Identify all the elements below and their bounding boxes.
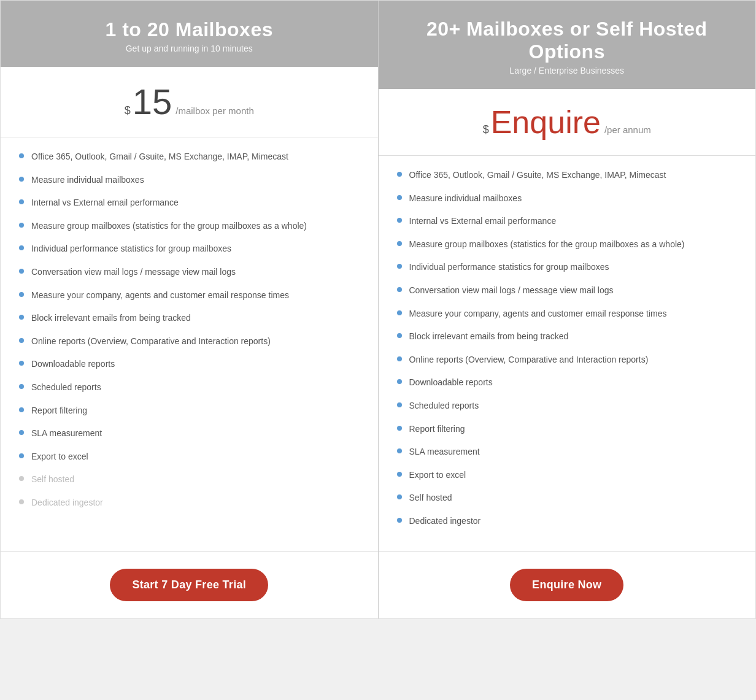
- plan-subtitle-small: Get up and running in 10 minutes: [126, 44, 253, 53]
- feature-bullet: [397, 472, 402, 477]
- feature-item: Report filtering: [19, 405, 360, 417]
- feature-text: Measure group mailboxes (statistics for …: [409, 239, 685, 251]
- feature-text: Office 365, Outlook, Gmail / Gsuite, MS …: [409, 169, 666, 182]
- price-per-small: /mailbox per month: [176, 106, 254, 116]
- feature-bullet: [19, 430, 24, 435]
- feature-item: SLA measurement: [19, 428, 360, 440]
- feature-text: Internal vs External email performance: [409, 215, 557, 228]
- feature-bullet: [19, 153, 24, 158]
- plan-enterprise: 20+ Mailboxes or Self Hosted OptionsLarg…: [379, 1, 756, 618]
- price-per-enterprise: /per annum: [604, 125, 651, 135]
- plan-price-enterprise: $Enquire/per annum: [379, 89, 756, 156]
- feature-bullet: [19, 315, 24, 320]
- price-currency-enterprise: $: [483, 123, 489, 136]
- feature-item: Individual performance statistics for gr…: [397, 261, 738, 274]
- feature-bullet: [397, 333, 402, 338]
- feature-text: Block irrelevant emails from being track…: [31, 312, 191, 325]
- feature-bullet: [19, 223, 24, 228]
- feature-bullet: [397, 518, 402, 523]
- feature-item: Individual performance statistics for gr…: [19, 243, 360, 255]
- price-currency-small: $: [125, 104, 131, 117]
- feature-text: Self hosted: [409, 492, 452, 504]
- feature-item: Self hosted: [397, 492, 738, 504]
- feature-text: Individual performance statistics for gr…: [31, 243, 231, 255]
- feature-item: Export to excel: [19, 451, 360, 463]
- feature-item: Export to excel: [397, 469, 738, 482]
- feature-bullet: [397, 356, 402, 361]
- feature-item: Internal vs External email performance: [397, 215, 738, 228]
- feature-text: Online reports (Overview, Comparative an…: [409, 354, 649, 366]
- feature-bullet: [19, 269, 24, 274]
- plan-subtitle-enterprise: Large / Enterprise Businesses: [509, 66, 624, 75]
- feature-bullet: [397, 218, 402, 223]
- feature-item: Block irrelevant emails from being track…: [397, 331, 738, 343]
- feature-item: Conversation view mail logs / message vi…: [397, 285, 738, 297]
- feature-item: Office 365, Outlook, Gmail / Gsuite, MS …: [19, 151, 360, 163]
- feature-text: Export to excel: [409, 469, 466, 482]
- feature-bullet: [397, 379, 402, 384]
- feature-bullet: [397, 448, 402, 453]
- feature-bullet: [397, 287, 402, 292]
- feature-item: Office 365, Outlook, Gmail / Gsuite, MS …: [397, 169, 738, 182]
- feature-text: Report filtering: [409, 423, 465, 436]
- price-amount-small: 15: [133, 84, 172, 120]
- feature-bullet: [397, 402, 402, 407]
- feature-text: Scheduled reports: [31, 382, 101, 394]
- feature-item: Block irrelevant emails from being track…: [19, 312, 360, 325]
- feature-bullet: [397, 241, 402, 246]
- feature-bullet: [19, 384, 24, 389]
- feature-item: Scheduled reports: [19, 382, 360, 394]
- feature-text: Individual performance statistics for gr…: [409, 261, 609, 274]
- feature-text: Block irrelevant emails from being track…: [409, 331, 569, 343]
- feature-text: Downloadable reports: [409, 377, 493, 389]
- feature-bullet: [19, 361, 24, 366]
- feature-bullet: [19, 199, 24, 204]
- plan-cta-small: Start 7 Day Free Trial: [1, 552, 378, 618]
- feature-bullet: [19, 453, 24, 458]
- plan-price-small: $15/mailbox per month: [1, 67, 378, 137]
- feature-text: Measure individual mailboxes: [409, 193, 522, 205]
- feature-text: Report filtering: [31, 405, 87, 417]
- feature-item: Online reports (Overview, Comparative an…: [19, 336, 360, 348]
- feature-bullet: [19, 476, 24, 481]
- feature-item: Scheduled reports: [397, 400, 738, 412]
- feature-bullet: [397, 172, 402, 177]
- feature-item: Downloadable reports: [19, 358, 360, 371]
- feature-text: Self hosted: [31, 474, 74, 486]
- feature-bullet: [397, 264, 402, 269]
- feature-bullet: [397, 426, 402, 431]
- feature-text: Conversation view mail logs / message vi…: [409, 285, 614, 297]
- feature-text: Measure your company, agents and custome…: [31, 290, 289, 302]
- plan-header-small: 1 to 20 MailboxesGet up and running in 1…: [1, 1, 378, 67]
- feature-item: Measure your company, agents and custome…: [19, 290, 360, 302]
- feature-bullet: [397, 195, 402, 200]
- plan-header-enterprise: 20+ Mailboxes or Self Hosted OptionsLarg…: [379, 1, 756, 89]
- feature-bullet: [19, 292, 24, 297]
- plan-title-enterprise: 20+ Mailboxes or Self Hosted Options: [391, 18, 744, 63]
- feature-text: SLA measurement: [31, 428, 102, 440]
- feature-item: Measure group mailboxes (statistics for …: [19, 220, 360, 233]
- feature-text: Measure individual mailboxes: [31, 174, 144, 187]
- feature-item: Self hosted: [19, 474, 360, 486]
- feature-item: Measure individual mailboxes: [397, 193, 738, 205]
- plan-small: 1 to 20 MailboxesGet up and running in 1…: [1, 1, 379, 618]
- feature-item: Online reports (Overview, Comparative an…: [397, 354, 738, 366]
- feature-text: SLA measurement: [409, 446, 480, 458]
- feature-text: Office 365, Outlook, Gmail / Gsuite, MS …: [31, 151, 288, 163]
- price-amount-enterprise: Enquire: [491, 106, 601, 138]
- feature-item: Internal vs External email performance: [19, 197, 360, 209]
- plan-features-small: Office 365, Outlook, Gmail / Gsuite, MS …: [1, 137, 378, 552]
- plan-title-small: 1 to 20 Mailboxes: [106, 18, 273, 41]
- feature-bullet: [397, 494, 402, 499]
- feature-text: Online reports (Overview, Comparative an…: [31, 336, 271, 348]
- feature-text: Dedicated ingestor: [31, 497, 103, 509]
- feature-bullet: [19, 407, 24, 412]
- pricing-table: 1 to 20 MailboxesGet up and running in 1…: [0, 0, 756, 619]
- trial-button[interactable]: Start 7 Day Free Trial: [110, 569, 268, 601]
- feature-item: Conversation view mail logs / message vi…: [19, 266, 360, 279]
- enquire-button[interactable]: Enquire Now: [510, 569, 623, 601]
- plan-cta-enterprise: Enquire Now: [379, 552, 756, 618]
- feature-bullet: [19, 499, 24, 504]
- feature-item: SLA measurement: [397, 446, 738, 458]
- feature-bullet: [19, 245, 24, 250]
